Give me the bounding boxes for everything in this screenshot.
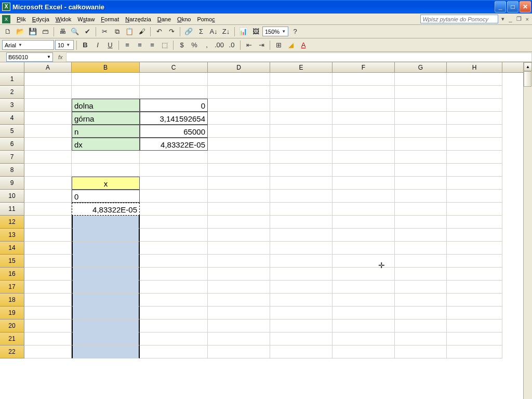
cell-G3[interactable]	[395, 99, 447, 112]
cell-F12[interactable]	[332, 216, 395, 229]
cell-A16[interactable]	[24, 268, 72, 281]
cell-F7[interactable]	[332, 151, 395, 164]
cell-F2[interactable]	[332, 86, 395, 99]
cell-B8[interactable]	[72, 164, 140, 177]
align-right-icon[interactable]: ≡	[147, 39, 158, 51]
cell-A2[interactable]	[24, 86, 72, 99]
cell-H9[interactable]	[447, 177, 502, 190]
cell-A19[interactable]	[24, 307, 72, 320]
row-header-17[interactable]: 17	[0, 281, 24, 294]
cell-E7[interactable]	[270, 151, 332, 164]
redo-icon[interactable]: ↷	[166, 26, 177, 37]
cell-F16[interactable]	[332, 268, 395, 281]
cell-D9[interactable]	[208, 177, 270, 190]
scroll-up-icon[interactable]: ▲	[524, 62, 532, 71]
cell-A15[interactable]	[24, 255, 72, 268]
cell-H18[interactable]	[447, 294, 502, 307]
vertical-scrollbar[interactable]: ▲ ▼	[523, 62, 532, 399]
row-header-20[interactable]: 20	[0, 320, 24, 332]
menu-wstaw[interactable]: Wstaw	[74, 15, 98, 23]
cell-D11[interactable]	[208, 203, 270, 216]
cell-C15[interactable]	[140, 255, 208, 268]
cell-B21[interactable]	[72, 332, 140, 345]
col-header-C[interactable]: C	[140, 62, 208, 72]
row-header-7[interactable]: 7	[0, 151, 24, 164]
cell-H15[interactable]	[447, 255, 502, 268]
bold-icon[interactable]: B	[79, 39, 91, 51]
cell-D13[interactable]	[208, 229, 270, 242]
cell-G17[interactable]	[395, 281, 447, 294]
row-header-15[interactable]: 15	[0, 255, 24, 268]
cell-D16[interactable]	[208, 268, 270, 281]
cell-C20[interactable]	[140, 320, 208, 332]
cell-C8[interactable]	[140, 164, 208, 177]
cell-F21[interactable]	[332, 332, 395, 345]
cell-A6[interactable]	[24, 138, 72, 151]
cell-B18[interactable]	[72, 294, 140, 307]
cell-H22[interactable]	[447, 345, 502, 358]
cell-E5[interactable]	[270, 125, 332, 138]
cell-A14[interactable]	[24, 242, 72, 255]
row-header-13[interactable]: 13	[0, 229, 24, 242]
row-header-6[interactable]: 6	[0, 138, 24, 151]
saveall-icon[interactable]: 🗃	[39, 26, 51, 37]
cell-D5[interactable]	[208, 125, 270, 138]
row-header-18[interactable]: 18	[0, 294, 24, 307]
row-header-19[interactable]: 19	[0, 307, 24, 320]
cell-G14[interactable]	[395, 242, 447, 255]
cell-D3[interactable]	[208, 99, 270, 112]
cell-H5[interactable]	[447, 125, 502, 138]
cell-D15[interactable]	[208, 255, 270, 268]
cell-E20[interactable]	[270, 320, 332, 332]
cell-E1[interactable]	[270, 73, 332, 86]
row-header-4[interactable]: 4	[0, 112, 24, 125]
cell-A12[interactable]	[24, 216, 72, 229]
row-header-5[interactable]: 5	[0, 125, 24, 138]
cell-B12[interactable]	[72, 216, 140, 229]
cell-G10[interactable]	[395, 190, 447, 203]
cell-G15[interactable]	[395, 255, 447, 268]
col-header-B[interactable]: B	[72, 62, 140, 72]
cell-G9[interactable]	[395, 177, 447, 190]
cell-C13[interactable]	[140, 229, 208, 242]
menu-edycja[interactable]: Edycja	[29, 15, 52, 23]
cell-B11[interactable]: 4,83322E-05	[72, 203, 140, 216]
col-header-A[interactable]: A	[24, 62, 72, 72]
font-color-icon[interactable]: A	[298, 39, 309, 51]
cell-B9[interactable]: x	[72, 177, 140, 190]
cell-B20[interactable]	[72, 320, 140, 332]
cell-D8[interactable]	[208, 164, 270, 177]
cell-H1[interactable]	[447, 73, 502, 86]
cell-F17[interactable]	[332, 281, 395, 294]
maximize-button[interactable]: □	[507, 1, 518, 12]
align-left-icon[interactable]: ≡	[122, 39, 133, 51]
cell-G4[interactable]	[395, 112, 447, 125]
cell-A21[interactable]	[24, 332, 72, 345]
col-header-F[interactable]: F	[332, 62, 395, 72]
cell-A17[interactable]	[24, 281, 72, 294]
cell-A22[interactable]	[24, 345, 72, 358]
cell-F22[interactable]	[332, 345, 395, 358]
cell-A20[interactable]	[24, 320, 72, 332]
mdi-restore-button[interactable]: ❐	[515, 16, 523, 22]
cell-H6[interactable]	[447, 138, 502, 151]
cell-H7[interactable]	[447, 151, 502, 164]
cell-E6[interactable]	[270, 138, 332, 151]
cell-F8[interactable]	[332, 164, 395, 177]
cell-E13[interactable]	[270, 229, 332, 242]
cell-F4[interactable]	[332, 112, 395, 125]
underline-icon[interactable]: U	[104, 39, 116, 51]
row-header-9[interactable]: 9	[0, 177, 24, 190]
help-icon[interactable]: ?	[289, 26, 301, 37]
col-header-E[interactable]: E	[270, 62, 332, 72]
cell-G8[interactable]	[395, 164, 447, 177]
cell-D7[interactable]	[208, 151, 270, 164]
row-header-12[interactable]: 12	[0, 216, 24, 229]
cell-B14[interactable]	[72, 242, 140, 255]
row-header-3[interactable]: 3	[0, 99, 24, 112]
cell-E17[interactable]	[270, 281, 332, 294]
cell-C9[interactable]	[140, 177, 208, 190]
mdi-close-button[interactable]: ×	[525, 16, 530, 22]
cell-C1[interactable]	[140, 73, 208, 86]
cell-E18[interactable]	[270, 294, 332, 307]
